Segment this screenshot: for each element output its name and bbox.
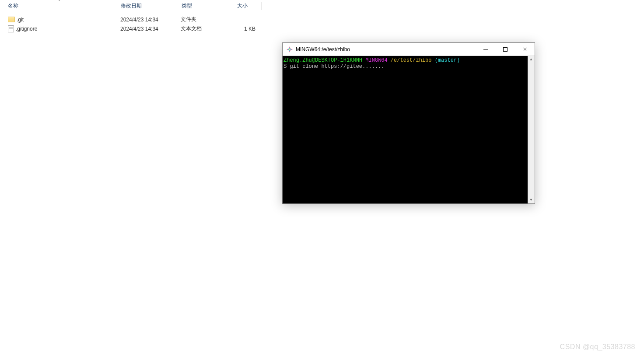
terminal-scrollbar[interactable]: ▲ ▼	[528, 56, 535, 203]
watermark-text: CSDN @qq_35383788	[560, 343, 635, 351]
column-header-type[interactable]: 类型	[177, 0, 229, 12]
terminal-path: /e/test/zhibo	[391, 57, 432, 63]
file-row[interactable]: .git 2024/4/23 14:34 文件夹	[0, 15, 644, 24]
scroll-down-icon[interactable]: ▼	[528, 196, 535, 203]
terminal-command-text: git clone https://gitee.......	[290, 63, 384, 70]
column-header-name[interactable]: 名称	[0, 0, 114, 12]
terminal-prompt-symbol: $	[284, 63, 287, 70]
close-button[interactable]	[515, 43, 535, 56]
file-type: 文本文档	[176, 25, 228, 32]
file-row[interactable]: .gitignore 2024/4/23 14:34 文本文档 1 KB	[0, 24, 644, 33]
minimize-button[interactable]	[476, 43, 495, 56]
explorer-column-headers: ˆ 名称 修改日期 类型 大小	[0, 0, 644, 12]
terminal-prompt-line: Zheng.Zhu@DESKTOP-1H1KNNH MINGW64 /e/tes…	[284, 57, 535, 63]
column-header-size-label: 大小	[237, 2, 248, 10]
terminal-host: MINGW64	[365, 57, 387, 63]
terminal-user: Zheng.Zhu@DESKTOP-1H1KNNH	[284, 57, 362, 63]
column-divider[interactable]	[261, 2, 262, 10]
textfile-icon	[8, 25, 14, 32]
window-title: MINGW64:/e/test/zhibo	[296, 46, 476, 52]
terminal-command-line: $ git clone https://gitee.......	[284, 63, 535, 70]
scroll-up-icon[interactable]: ▲	[528, 56, 535, 63]
file-size: 1 KB	[228, 26, 260, 32]
app-icon	[286, 46, 293, 53]
folder-icon	[8, 17, 15, 22]
column-header-modified-label: 修改日期	[121, 2, 142, 10]
file-explorer: ˆ 名称 修改日期 类型 大小 .git 2024/4/23 14:34 文件夹…	[0, 0, 644, 33]
titlebar[interactable]: MINGW64:/e/test/zhibo	[283, 43, 535, 56]
terminal-branch: (master)	[435, 57, 460, 63]
file-modified: 2024/4/23 14:34	[114, 17, 176, 23]
column-header-type-label: 类型	[182, 2, 192, 10]
column-header-name-label: 名称	[8, 2, 18, 10]
file-type: 文件夹	[176, 16, 228, 23]
column-header-size[interactable]: 大小	[229, 0, 261, 12]
svg-point-2	[289, 49, 290, 50]
sort-indicator-icon: ˆ	[59, 0, 60, 5]
file-name: .git	[17, 17, 24, 23]
maximize-button[interactable]	[495, 43, 515, 56]
terminal-window: MINGW64:/e/test/zhibo Zheng.Zhu@DESKTOP-…	[282, 42, 535, 204]
file-modified: 2024/4/23 14:34	[114, 26, 176, 32]
column-header-modified[interactable]: 修改日期	[114, 0, 177, 12]
svg-rect-4	[503, 47, 507, 51]
terminal-body[interactable]: Zheng.Zhu@DESKTOP-1H1KNNH MINGW64 /e/tes…	[283, 56, 535, 203]
file-name: .gitignore	[16, 26, 37, 32]
